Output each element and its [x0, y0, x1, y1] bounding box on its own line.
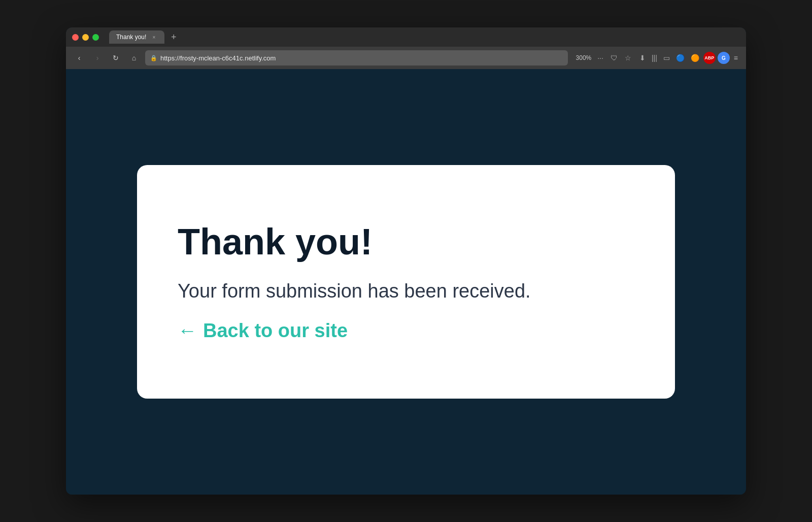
traffic-lights: [72, 34, 99, 41]
sidebar-icon[interactable]: ▭: [661, 52, 672, 64]
forward-button: ›: [90, 51, 105, 65]
url-text: https://frosty-mclean-c6c41c.netlify.com: [160, 54, 563, 62]
title-bar: Thank you! × +: [66, 27, 746, 47]
nav-extra-buttons: ··· 🛡 ☆: [595, 52, 633, 64]
back-button[interactable]: ‹: [72, 51, 86, 65]
arrow-left-icon: ←: [178, 321, 197, 340]
address-bar[interactable]: 🔒 https://frosty-mclean-c6c41c.netlify.c…: [145, 50, 568, 66]
nav-bar: ‹ › ↻ ⌂ 🔒 https://frosty-mclean-c6c41c.n…: [66, 47, 746, 69]
card-subtitle: Your form submission has been received.: [178, 278, 634, 305]
home-button[interactable]: ⌂: [127, 51, 141, 65]
menu-button[interactable]: ≡: [732, 52, 740, 64]
tab-close-button[interactable]: ×: [150, 34, 157, 41]
more-button[interactable]: ···: [595, 52, 605, 64]
google-icon[interactable]: G: [718, 52, 730, 64]
reload-button[interactable]: ↻: [109, 51, 123, 65]
tab-title: Thank you!: [116, 34, 146, 41]
new-tab-button[interactable]: +: [166, 30, 181, 44]
lock-icon: 🔒: [150, 55, 157, 61]
bookmark-button[interactable]: ☆: [623, 52, 633, 64]
close-button[interactable]: [72, 34, 79, 41]
maximize-button[interactable]: [92, 34, 99, 41]
tab-bar: Thank you! × +: [109, 30, 181, 44]
thank-you-card: Thank you! Your form submission has been…: [137, 165, 675, 399]
download-icon[interactable]: ⬇: [637, 52, 648, 64]
page-content: Thank you! Your form submission has been…: [66, 69, 746, 495]
zoom-level: 300%: [576, 54, 592, 61]
back-to-site-link[interactable]: ← Back to our site: [178, 320, 634, 342]
library-icon[interactable]: |||: [650, 52, 659, 64]
minimize-button[interactable]: [82, 34, 89, 41]
card-title: Thank you!: [178, 222, 634, 262]
back-link-text: Back to our site: [203, 320, 348, 342]
pocket-button[interactable]: 🛡: [608, 52, 620, 64]
browser-window: Thank you! × + ‹ › ↻ ⌂ 🔒 https://frosty-…: [66, 27, 746, 495]
ext1-icon[interactable]: 🔵: [674, 52, 687, 64]
abp-icon[interactable]: ABP: [703, 52, 716, 64]
active-tab[interactable]: Thank you! ×: [109, 30, 164, 44]
ext2-icon[interactable]: 🟠: [689, 52, 701, 64]
extensions-bar: ⬇ ||| ▭ 🔵 🟠 ABP G ≡: [637, 52, 740, 64]
